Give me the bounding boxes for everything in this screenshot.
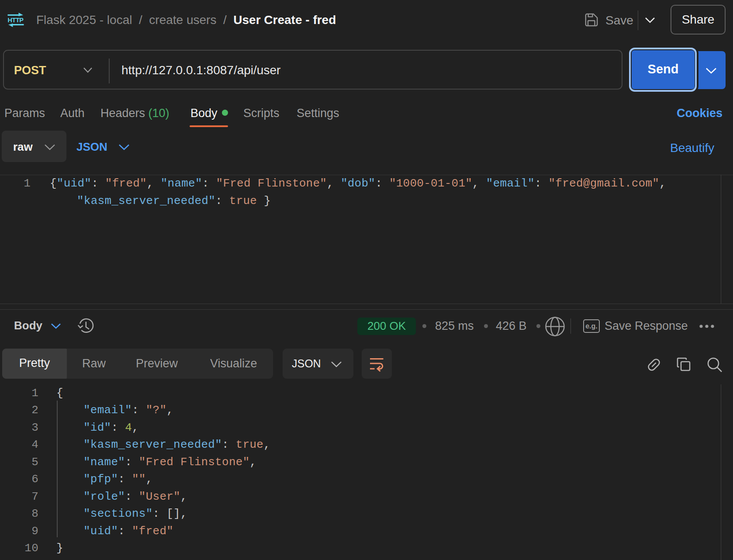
svg-text:HTTP: HTTP xyxy=(8,17,24,24)
